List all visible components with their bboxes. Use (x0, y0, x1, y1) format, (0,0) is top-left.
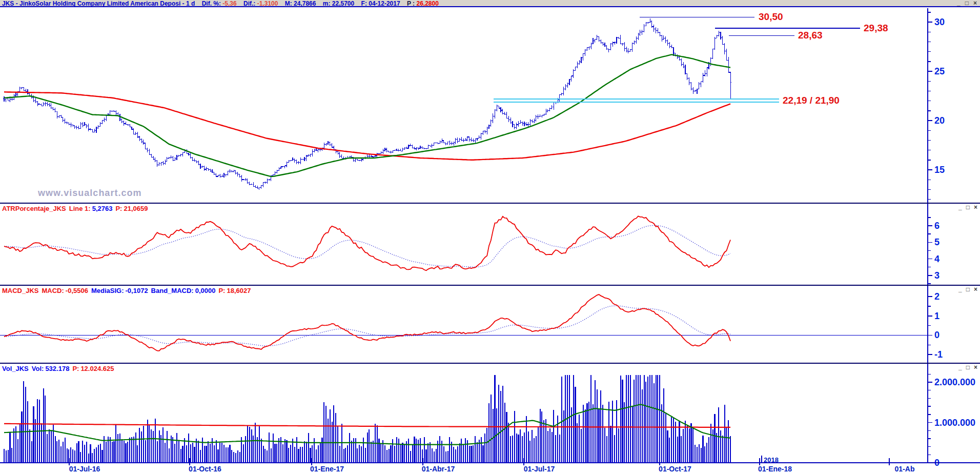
mediasig-value: -0,1072 (126, 287, 148, 294)
macd-p-value: 18,6027 (227, 287, 251, 294)
y-axis-label: 30 (934, 17, 945, 27)
time-axis-ticks (0, 456, 980, 473)
time-axis: 2018 01-Jul-1601-Oct-1601-Ene-1701-Abr-1… (0, 456, 980, 473)
y-axis-label: 4 (934, 254, 940, 264)
close-icon[interactable]: × (973, 0, 977, 7)
year-label: 2018 (764, 456, 779, 464)
atr-panel: 6543 ATRPorcentaje_JKSLine 1:5,2763P:21,… (0, 203, 980, 285)
close-icon[interactable]: × (974, 287, 977, 292)
x-axis-date-label: 01-Oct-16 (189, 465, 221, 473)
y-axis-label: 0 (934, 330, 940, 340)
volume-panel-controls: _ □ × (958, 365, 977, 370)
mediasig-label: MediaSIG: (91, 287, 124, 294)
macd-p-label: P: (218, 287, 225, 294)
y-axis-label: 3 (934, 270, 940, 281)
dif-pct-label: Dif. %: (202, 0, 221, 7)
min-label: m: (323, 0, 331, 7)
y-axis-label: 20 (934, 115, 945, 126)
y-axis-label: 1 (934, 311, 940, 321)
close-icon[interactable]: × (974, 365, 977, 370)
macd-panel-controls: _ □ × (958, 287, 977, 292)
atr-line1-label: Line 1: (69, 205, 91, 212)
dif-pct-value: -5,36 (222, 0, 236, 7)
window-controls: _ □ × (957, 0, 977, 7)
max-label: M: (285, 0, 292, 7)
minimize-icon[interactable]: _ (957, 0, 961, 7)
maximize-icon[interactable]: □ (965, 0, 969, 7)
y-axis-label: -1 (934, 349, 943, 360)
symbol-title: JKS - JinkoSolar Holding Company Limited… (2, 0, 195, 7)
x-axis-date-label: 01-Jul-16 (69, 465, 100, 473)
atr-header: ATRPorcentaje_JKSLine 1:5,2763P:21,0659 (2, 205, 151, 212)
vol-p-value: 12.024.625 (80, 365, 114, 372)
date-value: 04-12-2017 (369, 0, 400, 7)
maximize-icon[interactable]: □ (966, 365, 970, 370)
atr-panel-controls: _ □ × (958, 205, 977, 210)
maximize-icon[interactable]: □ (966, 287, 970, 292)
macd-label: MACD: (42, 287, 64, 294)
p-label: P : (407, 0, 415, 7)
macd-chart[interactable]: 210-1 (0, 285, 980, 363)
watermark: www.visualchart.com (38, 188, 141, 199)
y-axis-label: 2.000.000 (934, 377, 975, 387)
p-value: 26,2800 (416, 0, 438, 7)
band-macd-value: 0,0000 (195, 287, 216, 294)
price-level-label-2863: 28,63 (798, 30, 823, 41)
macd-header: MACD_JKSMACD:-0,5506MediaSIG:-0,1072Band… (2, 287, 254, 294)
atr-p-value: 21,0659 (124, 205, 148, 212)
atr-p-label: P: (115, 205, 122, 212)
max-value: 24,7866 (294, 0, 316, 7)
vol-indicator-name: Vol_JKS (2, 365, 29, 372)
visual-chart-window: { "title_bar": { "symbol_title": "JKS - … (0, 0, 980, 473)
atr-line1-value: 5,2763 (92, 205, 113, 212)
maximize-icon[interactable]: □ (966, 205, 970, 210)
minimize-icon[interactable]: _ (958, 287, 962, 292)
title-bar: JKS - JinkoSolar Holding Company Limited… (0, 0, 980, 7)
minimize-icon[interactable]: _ (958, 205, 962, 210)
vol-label: Vol: (32, 365, 44, 372)
price-level-label-2938: 29,38 (864, 23, 888, 34)
minimize-icon[interactable]: _ (958, 365, 962, 370)
macd-panel: 210-1 MACD_JKSMACD:-0,5506MediaSIG:-0,10… (0, 285, 980, 363)
price-panel: 30252015 www.visualchart.com 30,50 29,38… (0, 8, 980, 203)
x-axis-date-label: 01-Ene-17 (310, 465, 344, 473)
x-axis-date-label: 01-Abr-17 (422, 465, 455, 473)
close-icon[interactable]: × (974, 205, 977, 210)
y-axis-label: 15 (934, 165, 945, 175)
x-axis-date-label: 01-Oct-17 (659, 465, 691, 473)
y-axis-label: 6 (934, 221, 940, 231)
x-axis-date-label: 01-Jul-17 (524, 465, 555, 473)
volume-header: Vol_JKSVol:532.178P:12.024.625 (2, 365, 117, 372)
min-value: 22,5700 (332, 0, 354, 7)
vol-p-label: P: (72, 365, 79, 372)
y-axis-label: 25 (934, 66, 945, 76)
price-level-label-3050: 30,50 (759, 11, 783, 23)
x-axis-date-label: 01-Ab (895, 465, 915, 473)
dif-label: Dif.: (243, 0, 255, 7)
x-axis-date-label: 01-Ene-18 (758, 465, 792, 473)
macd-indicator-name: MACD_JKS (2, 287, 39, 294)
y-axis-label: 2 (934, 291, 940, 302)
macd-value: -0,5506 (66, 287, 88, 294)
dif-value: -1,3100 (257, 0, 278, 7)
vol-value: 532.178 (45, 365, 69, 372)
support-zone-label: 22,19 / 21,90 (783, 95, 840, 106)
atr-indicator-name: ATRPorcentaje_JKS (2, 205, 66, 212)
atr-chart[interactable]: 6543 (0, 203, 980, 285)
date-label: F: (361, 0, 367, 7)
y-axis-label: 1.000.000 (934, 418, 975, 428)
y-axis-label: 5 (934, 237, 940, 247)
volume-panel: 2.000.0001.000.0000 Vol_JKSVol:532.178P:… (0, 363, 980, 463)
volume-chart[interactable]: 2.000.0001.000.0000 (0, 363, 980, 463)
band-macd-label: Band_MACD: (151, 287, 194, 294)
